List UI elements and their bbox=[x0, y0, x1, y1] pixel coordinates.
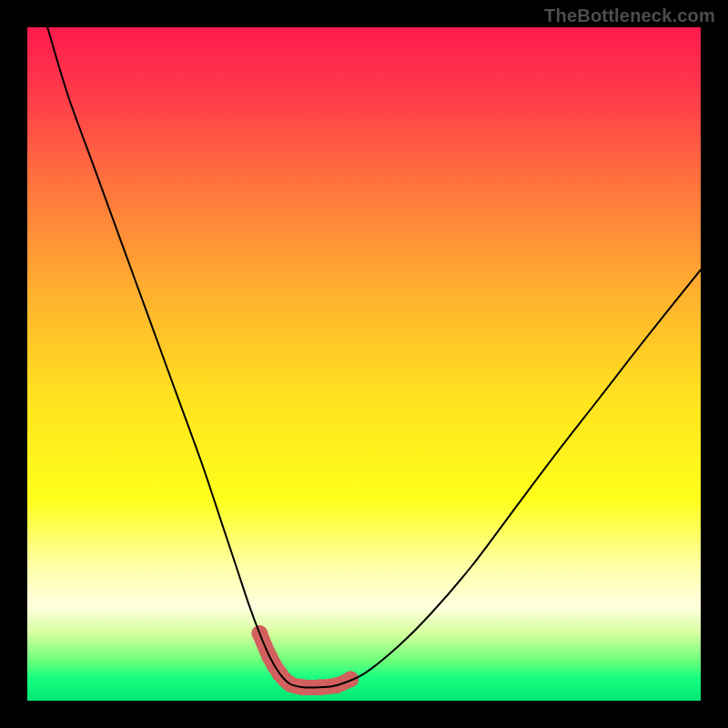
highlight-dot bbox=[342, 671, 359, 687]
gradient-background bbox=[27, 27, 701, 701]
watermark-text: TheBottleneck.com bbox=[544, 5, 715, 26]
bottleneck-plot bbox=[0, 0, 728, 728]
chart-stage: TheBottleneck.com bbox=[0, 0, 728, 728]
